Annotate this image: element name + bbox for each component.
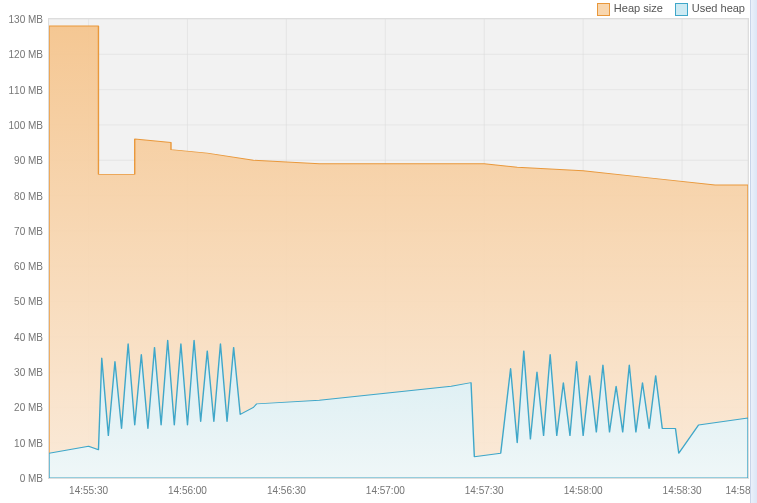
x-tick: 14:56:30: [267, 485, 306, 496]
y-tick: 20 MB: [14, 402, 49, 413]
x-tick: 14:58:00: [564, 485, 603, 496]
legend-item-heap-size: Heap size: [597, 2, 663, 16]
x-tick: 14:58:30: [663, 485, 702, 496]
y-tick: 0 MB: [20, 473, 49, 484]
chart-svg: [49, 19, 748, 478]
y-tick: 120 MB: [9, 49, 49, 60]
y-tick: 10 MB: [14, 437, 49, 448]
y-tick: 40 MB: [14, 331, 49, 342]
y-tick: 100 MB: [9, 119, 49, 130]
y-tick: 110 MB: [9, 84, 49, 95]
square-icon: [597, 3, 610, 16]
chart-plot-area[interactable]: 0 MB10 MB20 MB30 MB40 MB50 MB60 MB70 MB8…: [48, 18, 749, 479]
chart-legend: Heap size Used heap: [597, 2, 745, 16]
x-tick: 14:56:00: [168, 485, 207, 496]
legend-item-used-heap: Used heap: [675, 2, 745, 16]
x-tick: 14:55:30: [69, 485, 108, 496]
y-tick: 80 MB: [14, 190, 49, 201]
y-tick: 30 MB: [14, 367, 49, 378]
y-tick: 130 MB: [9, 14, 49, 25]
x-tick: 14:57:30: [465, 485, 504, 496]
y-tick: 60 MB: [14, 261, 49, 272]
legend-label: Heap size: [614, 2, 663, 14]
y-tick: 90 MB: [14, 155, 49, 166]
x-tick: 14:58: [725, 485, 750, 496]
y-tick: 70 MB: [14, 225, 49, 236]
square-icon: [675, 3, 688, 16]
legend-label: Used heap: [692, 2, 745, 14]
y-tick: 50 MB: [14, 296, 49, 307]
x-tick: 14:57:00: [366, 485, 405, 496]
window-right-border: [750, 0, 757, 503]
window-left-border: [0, 0, 2, 503]
heap-monitor-panel: { "legend": { "heap_size": {"label": "He…: [0, 0, 757, 503]
